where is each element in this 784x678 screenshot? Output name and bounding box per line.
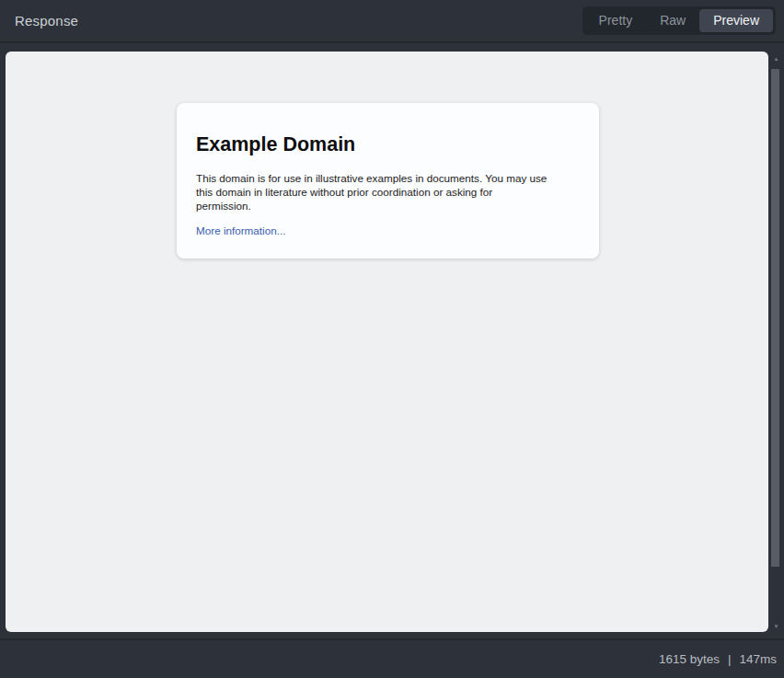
tab-raw[interactable]: Raw bbox=[646, 9, 699, 32]
scrollbar-up-icon[interactable]: ▲ bbox=[768, 53, 784, 64]
response-panel: Response Pretty Raw Preview Example Doma… bbox=[0, 0, 784, 678]
tab-preview[interactable]: Preview bbox=[699, 9, 773, 32]
response-body-area: Example Domain This domain is for use in… bbox=[0, 43, 784, 638]
example-page-heading: Example Domain bbox=[196, 134, 577, 156]
preview-scrollbar[interactable]: ▲ ▼ bbox=[768, 52, 784, 632]
response-view-tabs: Pretty Raw Preview bbox=[582, 6, 776, 35]
scrollbar-down-icon[interactable]: ▼ bbox=[768, 621, 784, 632]
status-divider: | bbox=[728, 652, 732, 666]
response-size: 1615 bytes bbox=[659, 652, 720, 666]
tab-pretty[interactable]: Pretty bbox=[585, 9, 647, 32]
more-information-link[interactable]: More information... bbox=[196, 224, 285, 236]
scrollbar-thumb[interactable] bbox=[771, 69, 779, 567]
response-title: Response bbox=[15, 13, 78, 29]
preview-pane: Example Domain This domain is for use in… bbox=[6, 52, 768, 632]
response-header: Response Pretty Raw Preview bbox=[0, 0, 784, 43]
response-status-bar: 1615 bytes | 147ms bbox=[0, 638, 784, 678]
example-domain-card: Example Domain This domain is for use in… bbox=[177, 103, 599, 259]
example-page-paragraph: This domain is for use in illustrative e… bbox=[196, 171, 549, 213]
response-time: 147ms bbox=[739, 652, 777, 666]
